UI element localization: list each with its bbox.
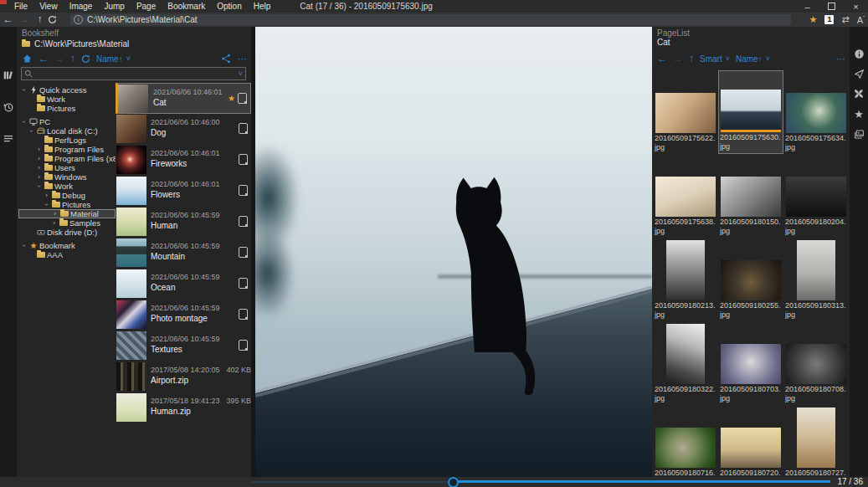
tree-item[interactable]: › Samples <box>18 218 116 228</box>
page-thumbnail-cell[interactable]: 20160509180708.jpg <box>783 321 849 405</box>
text-size-icon[interactable]: Aˆ <box>857 15 865 25</box>
tree-expander-icon[interactable]: › <box>43 192 50 199</box>
read-direction-icon[interactable]: ⇄ <box>841 14 849 25</box>
tree-item[interactable]: › PC <box>18 117 116 126</box>
tree-item[interactable]: › Program Files <box>18 145 116 154</box>
home-button[interactable] <box>22 54 33 64</box>
more-menu-button[interactable]: ⋯ <box>238 54 248 64</box>
book-list-item[interactable]: 2021/06/06 10:45:59 Human <box>116 207 251 238</box>
favorite-star-icon[interactable]: ★ <box>809 14 818 25</box>
tree-item[interactable]: › Windows <box>18 172 116 182</box>
history-icon[interactable] <box>1 100 16 114</box>
chevron-down-icon[interactable]: ˅ <box>239 69 243 78</box>
share-button[interactable] <box>221 54 231 64</box>
page-thumbnail-cell[interactable]: 20160509180313.jpg <box>783 238 849 321</box>
page-thumbnail-cell[interactable]: 20160509180322.jpg <box>653 321 718 405</box>
tree-item[interactable]: › Work <box>18 182 116 191</box>
book-list-item[interactable]: 2021/06/06 10:45:59 Ocean <box>116 269 251 300</box>
forward-button[interactable]: → <box>54 52 64 65</box>
page-thumbnail-cell[interactable]: 20160509175634.jpg <box>783 70 849 154</box>
book-list-item[interactable]: 2021/06/06 10:45:59 Photo montage <box>116 300 251 331</box>
refresh-button[interactable] <box>48 15 64 24</box>
tree-item[interactable]: › Pictures <box>18 200 116 209</box>
sort-dropdown[interactable]: Name↑ <box>736 54 763 64</box>
address-field[interactable]: i C:\Work\Pictures\Material\Cat <box>70 14 791 25</box>
tree-expander-icon[interactable]: › <box>51 210 59 218</box>
page-thumbnail-cell[interactable]: 20160509180204.jpg <box>783 154 849 238</box>
main-image-view[interactable] <box>251 27 652 477</box>
tree-item[interactable]: › ★ Bookmark <box>18 241 116 250</box>
back-button[interactable]: ← <box>0 13 16 27</box>
menu-page[interactable]: Page <box>131 0 162 13</box>
tree-expander-icon[interactable]: › <box>20 118 28 126</box>
tree-item[interactable]: › Material <box>18 209 116 218</box>
book-list-item[interactable]: 2017/05/08 14:20:05402 KB Airport.zip <box>116 361 251 392</box>
forward-button[interactable]: → <box>16 13 32 27</box>
page-thumbnail-cell[interactable]: 20160509180150.jpg <box>718 154 783 238</box>
book-list-item[interactable]: 2017/05/18 19:41:23395 KB Human.zip <box>116 392 251 423</box>
book-list-item[interactable]: 2021/06/06 10:46:01 Fireworks <box>116 145 251 176</box>
filter-dropdown[interactable]: Smart <box>700 54 722 64</box>
page-thumbnail-cell[interactable]: 20160509180255.jpg <box>718 238 783 321</box>
back-button[interactable]: ← <box>39 52 49 65</box>
menu-file[interactable]: File <box>8 0 33 13</box>
tree-item[interactable]: › Users <box>18 163 116 172</box>
menu-image[interactable]: Image <box>64 0 99 13</box>
tree-item[interactable]: PerfLogs <box>18 136 116 145</box>
page-thumbnail-cell[interactable]: 20160509175630.jpg <box>718 70 783 154</box>
tree-item[interactable]: › Debug <box>18 191 116 200</box>
maximize-button[interactable] <box>819 0 844 13</box>
tree-expander-icon[interactable]: › <box>20 86 28 94</box>
effect-icon[interactable] <box>851 87 866 100</box>
minimize-button[interactable]: – <box>795 0 819 13</box>
page-slider-thumb[interactable] <box>448 477 459 487</box>
forward-button[interactable]: → <box>673 52 683 65</box>
page-thumbnail-cell[interactable]: 20160509180703.jpg <box>718 321 783 405</box>
information-list-icon[interactable] <box>1 132 16 146</box>
tree-expander-icon[interactable]: › <box>50 219 58 227</box>
tree-expander-icon[interactable]: › <box>35 146 43 153</box>
tree-item[interactable]: Pictures <box>18 104 116 113</box>
search-input[interactable] <box>33 69 239 79</box>
tree-item[interactable]: Work <box>18 95 116 104</box>
page-mode-button[interactable]: 1 <box>824 15 834 24</box>
tree-expander-icon[interactable]: › <box>35 182 43 190</box>
menu-bookmark[interactable]: Bookmark <box>162 0 211 13</box>
page-list-icon[interactable] <box>851 127 866 141</box>
tree-item[interactable]: › Local disk (C:) <box>18 126 116 136</box>
page-thumbnail-cell[interactable]: 20160509175638.jpg <box>653 154 718 238</box>
menu-option[interactable]: Option <box>211 0 247 13</box>
tree-expander-icon[interactable]: › <box>35 155 43 162</box>
close-button[interactable]: × <box>844 0 868 13</box>
tree-item[interactable]: › Quick access <box>18 85 116 95</box>
bookshelf-icon[interactable] <box>1 69 16 82</box>
book-list-item[interactable]: 2021/06/06 10:46:01 Flowers <box>116 176 251 207</box>
tree-expander-icon[interactable]: › <box>20 242 28 249</box>
menu-jump[interactable]: Jump <box>98 0 130 13</box>
page-thumbnail-cell[interactable]: 20160509175622.jpg <box>653 70 718 154</box>
up-button[interactable]: ↑ <box>70 52 75 65</box>
back-button[interactable]: ← <box>657 52 667 65</box>
page-thumbnail-cell[interactable]: 20160509180727.jpg <box>783 405 849 477</box>
book-list-item[interactable]: 2021/06/06 10:46:00 Dog <box>116 114 251 145</box>
book-list-item[interactable]: 2021/06/06 10:45:59 Textures <box>116 331 251 361</box>
up-button[interactable]: ↑ <box>689 52 694 65</box>
menu-view[interactable]: View <box>33 0 64 13</box>
navigator-icon[interactable] <box>851 67 866 80</box>
tree-expander-icon[interactable]: › <box>35 164 43 172</box>
page-thumbnail-cell[interactable]: 20160509180213.jpg <box>653 238 718 321</box>
tree-expander-icon[interactable]: › <box>35 173 43 181</box>
up-button[interactable]: ↑ <box>32 13 48 27</box>
tree-item[interactable]: AAA <box>18 250 116 259</box>
information-icon[interactable] <box>851 47 866 60</box>
page-thumbnail-cell[interactable]: 20160509180716.jpg <box>653 405 718 477</box>
page-slider-track[interactable] <box>251 481 453 483</box>
tree-expander-icon[interactable]: › <box>43 201 50 208</box>
book-list-item[interactable]: 2021/06/06 10:45:59 Mountain <box>116 238 251 269</box>
tree-item[interactable]: Disk drive (D:) <box>18 228 116 237</box>
book-list-item[interactable]: 2021/06/06 10:46:01 Cat ★ <box>116 83 251 114</box>
menu-help[interactable]: Help <box>248 0 277 13</box>
tree-expander-icon[interactable]: › <box>28 127 35 135</box>
sort-dropdown[interactable]: Name↑ <box>96 54 123 64</box>
more-menu-button[interactable]: ⋯ <box>836 54 846 64</box>
